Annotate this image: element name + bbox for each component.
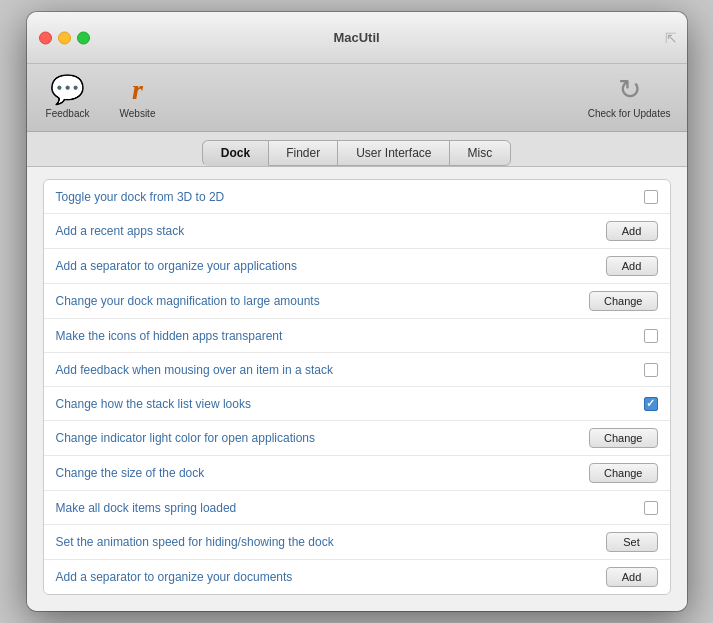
row-spring-loaded: Make all dock items spring loaded <box>44 491 670 525</box>
titlebar: MacUtil ⇱ <box>27 12 687 64</box>
btn-animation-speed[interactable]: Set <box>606 532 658 552</box>
tab-finder[interactable]: Finder <box>267 140 339 166</box>
website-icon: r <box>132 76 143 104</box>
row-text-separator-docs: Add a separator to organize your documen… <box>56 570 293 584</box>
row-text-indicator-light: Change indicator light color for open ap… <box>56 431 316 445</box>
tab-misc[interactable]: Misc <box>449 140 512 166</box>
tab-bar: Dock Finder User Interface Misc <box>27 132 687 167</box>
row-text-stack-list-view: Change how the stack list view looks <box>56 397 251 411</box>
row-hidden-apps-transparent: Make the icons of hidden apps transparen… <box>44 319 670 353</box>
row-text-animation-speed: Set the animation speed for hiding/showi… <box>56 535 334 549</box>
row-text-recent-apps-stack: Add a recent apps stack <box>56 224 185 238</box>
checkbox-spring-loaded[interactable] <box>644 501 658 515</box>
row-text-separator-apps: Add a separator to organize your applica… <box>56 259 297 273</box>
btn-dock-size[interactable]: Change <box>589 463 658 483</box>
row-dock-magnification: Change your dock magnification to large … <box>44 284 670 319</box>
checkbox-toggle-3d-2d[interactable] <box>644 190 658 204</box>
row-recent-apps-stack: Add a recent apps stackAdd <box>44 214 670 249</box>
resize-icon: ⇱ <box>665 30 677 46</box>
row-stack-list-view: Change how the stack list view looks <box>44 387 670 421</box>
minimize-button[interactable] <box>58 31 71 44</box>
feedback-label: Feedback <box>46 108 90 119</box>
check-updates-label: Check for Updates <box>588 108 671 119</box>
checkbox-stack-list-view[interactable] <box>644 397 658 411</box>
row-separator-apps: Add a separator to organize your applica… <box>44 249 670 284</box>
feedback-icon: 💬 <box>50 76 85 104</box>
row-text-dock-size: Change the size of the dock <box>56 466 205 480</box>
row-text-hidden-apps-transparent: Make the icons of hidden apps transparen… <box>56 329 283 343</box>
maximize-button[interactable] <box>77 31 90 44</box>
row-text-dock-magnification: Change your dock magnification to large … <box>56 294 320 308</box>
website-label: Website <box>120 108 156 119</box>
btn-separator-docs[interactable]: Add <box>606 567 658 587</box>
btn-dock-magnification[interactable]: Change <box>589 291 658 311</box>
close-button[interactable] <box>39 31 52 44</box>
checkbox-hidden-apps-transparent[interactable] <box>644 329 658 343</box>
checkbox-feedback-mousing[interactable] <box>644 363 658 377</box>
row-dock-size: Change the size of the dockChange <box>44 456 670 491</box>
content-area: Toggle your dock from 3D to 2DAdd a rece… <box>27 167 687 611</box>
traffic-lights <box>39 31 90 44</box>
btn-separator-apps[interactable]: Add <box>606 256 658 276</box>
row-toggle-3d-2d: Toggle your dock from 3D to 2D <box>44 180 670 214</box>
row-indicator-light: Change indicator light color for open ap… <box>44 421 670 456</box>
tab-dock[interactable]: Dock <box>202 140 269 166</box>
row-text-spring-loaded: Make all dock items spring loaded <box>56 501 237 515</box>
feedback-toolbar-item[interactable]: 💬 Feedback <box>43 76 93 119</box>
main-window: MacUtil ⇱ 💬 Feedback r Website ↻ Check f… <box>27 12 687 611</box>
row-text-toggle-3d-2d: Toggle your dock from 3D to 2D <box>56 190 225 204</box>
row-animation-speed: Set the animation speed for hiding/showi… <box>44 525 670 560</box>
website-toolbar-item[interactable]: r Website <box>113 76 163 119</box>
toolbar: 💬 Feedback r Website ↻ Check for Updates <box>27 64 687 132</box>
tab-user-interface[interactable]: User Interface <box>337 140 450 166</box>
row-feedback-mousing: Add feedback when mousing over an item i… <box>44 353 670 387</box>
rows-container: Toggle your dock from 3D to 2DAdd a rece… <box>43 179 671 595</box>
check-updates-toolbar-item[interactable]: ↻ Check for Updates <box>588 76 671 119</box>
row-text-feedback-mousing: Add feedback when mousing over an item i… <box>56 363 334 377</box>
btn-indicator-light[interactable]: Change <box>589 428 658 448</box>
btn-recent-apps-stack[interactable]: Add <box>606 221 658 241</box>
window-title: MacUtil <box>333 30 379 45</box>
refresh-icon: ↻ <box>618 76 641 104</box>
row-separator-docs: Add a separator to organize your documen… <box>44 560 670 594</box>
